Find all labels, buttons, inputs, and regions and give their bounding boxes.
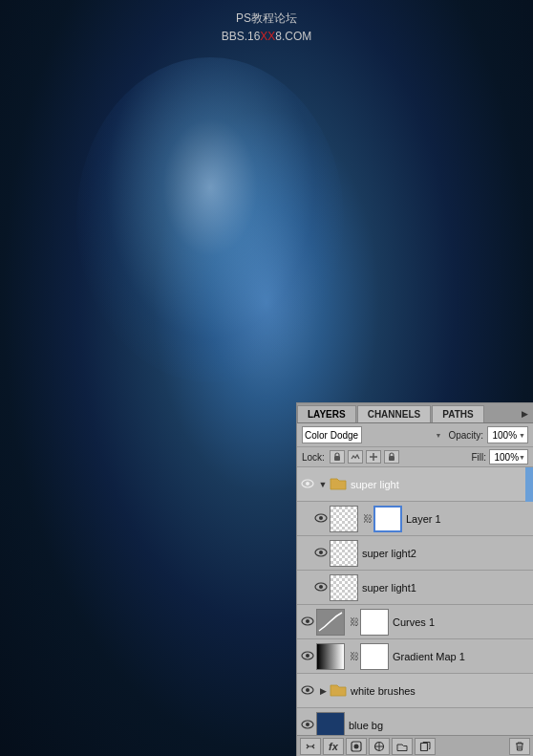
thumb-gradient-map1 <box>316 643 345 670</box>
thumb-gradient-mask <box>360 643 389 670</box>
watermark-prefix: BBS.16 <box>222 30 261 43</box>
visibility-icon-blue-bg[interactable] <box>299 719 316 732</box>
lock-position-button[interactable] <box>366 450 381 464</box>
new-layer-button[interactable] <box>415 738 436 755</box>
new-fill-button[interactable] <box>369 738 390 755</box>
link-icon-gradient-map1: ⛓ <box>350 651 359 661</box>
layer-name-curves1: Curves 1 <box>393 616 531 628</box>
layers-list: ▼ super light ⛓ Layer 1 super light2 <box>297 467 533 735</box>
lock-label: Lock: <box>302 452 325 463</box>
watermark: PS教程论坛 BBS.16XX8.COM <box>222 10 312 46</box>
opacity-input[interactable]: 100% ▼ <box>487 426 528 443</box>
link-icon-curves1: ⛓ <box>350 616 359 627</box>
svg-point-5 <box>319 516 323 520</box>
thumb-layer1 <box>330 506 358 532</box>
opacity-arrow[interactable]: ▼ <box>519 432 525 439</box>
panel-tabs: LAYERS CHANNELS PATHS ▶ <box>297 403 533 423</box>
watermark-line1: PS教程论坛 <box>222 10 312 28</box>
svg-rect-15 <box>317 644 344 669</box>
panel-options-button[interactable]: ▶ <box>517 407 533 421</box>
layer-name-super-light: super light <box>351 479 531 490</box>
visibility-icon-super-light[interactable] <box>299 478 316 491</box>
opacity-value: 100% <box>490 430 517 441</box>
visibility-icon-white-brushes[interactable] <box>299 684 316 698</box>
svg-rect-23 <box>421 743 428 750</box>
glow-overlay <box>76 57 344 382</box>
thumb-curves1 <box>316 609 345 636</box>
watermark-red: XX <box>260 30 275 43</box>
layer-row-gradient-map1[interactable]: ⛓ Gradient Map 1 <box>297 639 533 674</box>
svg-point-19 <box>306 723 309 726</box>
new-group-button[interactable] <box>392 738 413 755</box>
fill-label: Fill: <box>472 452 487 463</box>
blend-mode-select-wrap: Color Dodge Normal Multiply Screen Overl… <box>302 426 444 443</box>
opacity-label: Opacity: <box>448 430 483 441</box>
layer-row-blue-bg[interactable]: blue bg <box>297 708 533 735</box>
layer-row-super-light-group[interactable]: ▼ super light <box>297 467 533 502</box>
link-layers-button[interactable] <box>300 738 321 755</box>
blend-mode-select[interactable]: Color Dodge Normal Multiply Screen Overl… <box>302 426 362 443</box>
svg-point-9 <box>319 585 323 589</box>
fx-button[interactable]: fx <box>323 738 344 755</box>
lock-pixels-button[interactable] <box>330 450 345 464</box>
layer-name-blue-bg: blue bg <box>349 720 531 731</box>
fill-value: 100% <box>492 452 519 463</box>
visibility-icon-curves1[interactable] <box>299 616 316 629</box>
lock-all-button[interactable] <box>384 450 399 464</box>
lock-image-button[interactable] <box>348 450 363 464</box>
watermark-suffix: 8.COM <box>275 30 311 43</box>
svg-point-21 <box>354 744 359 748</box>
thumb-curves1-mask <box>360 609 389 636</box>
layer-name-layer1: Layer 1 <box>406 513 531 525</box>
layer-row-super-light1[interactable]: super light1 <box>297 571 533 605</box>
svg-rect-0 <box>334 456 340 461</box>
svg-point-3 <box>306 482 309 486</box>
panel-toolbar: fx <box>297 735 533 756</box>
fill-input[interactable]: 100% ▼ <box>489 449 528 464</box>
lock-row: Lock: Fill: 100% ▼ <box>297 447 533 467</box>
visibility-icon-super-light1[interactable] <box>312 581 330 594</box>
watermark-line2: BBS.16XX8.COM <box>222 28 312 46</box>
tab-layers[interactable]: LAYERS <box>297 405 356 422</box>
visibility-icon-layer1[interactable] <box>312 512 330 526</box>
svg-rect-1 <box>389 456 394 461</box>
link-icon-layer1: ⛓ <box>363 513 373 524</box>
thumb-blue-bg <box>316 712 345 736</box>
svg-point-11 <box>306 619 309 623</box>
layer-name-super-light1: super light1 <box>362 582 531 594</box>
layer-row-layer1[interactable]: ⛓ Layer 1 <box>297 502 533 536</box>
layer-name-super-light2: super light2 <box>362 548 531 559</box>
folder-icon-white-brushes <box>330 682 347 700</box>
add-mask-button[interactable] <box>346 738 367 755</box>
svg-point-14 <box>306 654 309 658</box>
svg-point-7 <box>319 551 323 554</box>
visibility-icon-super-light2[interactable] <box>312 547 330 560</box>
blend-mode-row: Color Dodge Normal Multiply Screen Overl… <box>297 423 533 447</box>
folder-icon-super-light <box>330 476 347 493</box>
layer-name-white-brushes: white brushes <box>351 685 531 697</box>
thumb-super-light1 <box>330 574 358 601</box>
layer-name-gradient-map1: Gradient Map 1 <box>393 651 531 662</box>
visibility-icon-gradient-map1[interactable] <box>299 650 316 663</box>
group-arrow-super-light[interactable]: ▼ <box>316 480 330 489</box>
layer-row-super-light2[interactable]: super light2 <box>297 536 533 571</box>
tab-channels[interactable]: CHANNELS <box>357 405 432 422</box>
tab-paths[interactable]: PATHS <box>432 405 483 422</box>
thumb-super-light2 <box>330 540 358 567</box>
delete-layer-button[interactable] <box>509 738 530 755</box>
layer-row-white-brushes[interactable]: ▶ white brushes <box>297 674 533 708</box>
group-arrow-white-brushes[interactable]: ▶ <box>316 686 330 696</box>
layer-row-curves1[interactable]: ⛓ Curves 1 <box>297 605 533 639</box>
fill-arrow[interactable]: ▼ <box>519 454 525 461</box>
svg-point-17 <box>306 688 309 692</box>
thumb-layer1-mask <box>373 506 402 532</box>
layers-panel: LAYERS CHANNELS PATHS ▶ Color Dodge Norm… <box>296 402 533 756</box>
